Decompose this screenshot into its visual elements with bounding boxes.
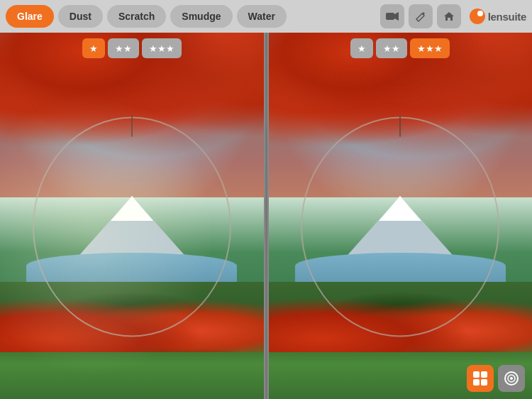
camera-button[interactable]	[380, 4, 404, 28]
tab-glare[interactable]: Glare	[6, 5, 54, 28]
right-star-3[interactable]: ★★★	[410, 38, 450, 58]
right-mountain-snow	[379, 196, 421, 221]
left-star-3[interactable]: ★★★	[142, 38, 182, 58]
toolbar: Glare Dust Scratch Smudge Water lensuite	[0, 0, 532, 33]
right-image	[269, 33, 533, 399]
tab-smudge[interactable]: Smudge	[170, 5, 232, 28]
svg-rect-5	[473, 379, 480, 386]
logo-dot	[470, 9, 485, 24]
svg-rect-6	[481, 379, 487, 386]
lensuite-logo: lensuite	[470, 9, 526, 24]
svg-marker-2	[444, 12, 454, 21]
svg-rect-4	[481, 371, 487, 378]
bottom-icons	[467, 365, 525, 392]
home-button[interactable]	[437, 4, 461, 28]
logo-text: lensuite	[488, 11, 526, 23]
right-panel: ★ ★★ ★★★	[269, 33, 533, 399]
left-star-2[interactable]: ★★	[108, 38, 139, 58]
svg-point-9	[510, 377, 513, 380]
edit-button[interactable]	[409, 4, 433, 28]
compare-button[interactable]	[467, 365, 494, 392]
left-image	[0, 33, 264, 399]
right-star-2[interactable]: ★★	[376, 38, 407, 58]
left-trees	[0, 282, 264, 399]
left-panel: ★ ★★ ★★★	[0, 33, 264, 399]
tab-dust[interactable]: Dust	[58, 5, 103, 28]
svg-marker-1	[394, 12, 399, 21]
svg-rect-3	[473, 371, 480, 378]
right-star-1[interactable]: ★	[350, 38, 373, 58]
main-area: ★ ★★ ★★★ ★ ★★ ★★★	[0, 33, 532, 399]
target-button[interactable]	[498, 365, 525, 392]
panel-divider	[265, 33, 267, 399]
svg-rect-0	[386, 13, 394, 20]
tab-scratch[interactable]: Scratch	[107, 5, 166, 28]
left-star-1[interactable]: ★	[82, 38, 105, 58]
right-star-bar: ★ ★★ ★★★	[350, 38, 450, 58]
left-star-bar: ★ ★★ ★★★	[82, 38, 182, 58]
tab-water[interactable]: Water	[237, 5, 287, 28]
left-mountain-snow	[111, 196, 153, 221]
